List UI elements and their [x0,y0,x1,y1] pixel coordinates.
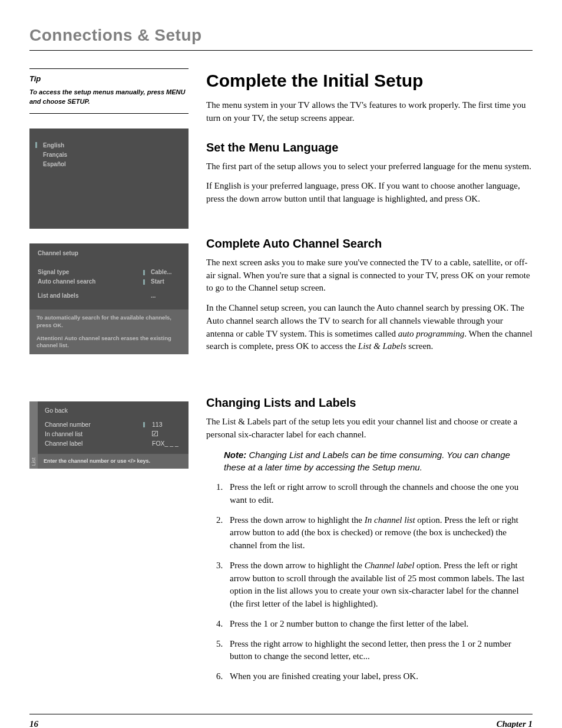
tip-box: Tip To access the setup menus manually, … [29,68,189,114]
section-heading-lists: Changing Lists and Labels [206,394,533,411]
row-value [152,430,181,439]
step-item: Press the 1 or 2 number button to change… [225,618,533,631]
row-value: Start [151,278,180,286]
list-row: Channel label FOX_ _ _ [45,439,181,448]
lang-option: Español [43,160,67,169]
tip-label: Tip [29,74,189,84]
page-number: 16 [29,718,38,728]
row-label: Auto channel search [38,278,137,286]
sidebar: Tip To access the setup menus manually, … [29,68,189,690]
chapter-label: Chapter 1 [497,718,533,728]
term: Channel label [365,561,415,570]
setup-title: Channel setup [29,243,189,268]
row-label: In channel list [45,430,136,439]
body-text: The first part of the setup allows you t… [206,160,533,173]
row-value: FOX_ _ _ [152,439,181,448]
setup-row: Auto channel search Start [38,278,180,286]
marker-icon [143,279,145,285]
lang-option: Français [43,151,67,159]
go-back-label: Go back [45,406,181,415]
help-warning: Attention! Auto channel search erases th… [37,335,181,350]
list-help-strip: Enter the channel number or use </> keys… [38,454,189,469]
marker-icon [143,422,145,427]
note-text: Note: Changing List and Labels can be ti… [224,449,533,475]
page-header: Connections & Setup [29,24,533,51]
term: List & Labels [358,341,406,351]
body-text: The next screen asks you to make sure yo… [206,256,533,295]
list-row: Channel number 113 [45,420,181,429]
lang-option: English [43,141,67,150]
setup-row: List and labels ... [38,292,180,300]
step-item: Press the right arrow to highlight the s… [225,638,533,664]
side-tab: List [29,401,38,469]
main-content: Complete the Initial Setup The menu syst… [206,68,533,690]
list-row: In channel list [45,430,181,439]
body-text: If English is your preferred language, p… [206,180,533,206]
step-item: Press the down arrow to highlight the In… [225,514,533,552]
content-columns: Tip To access the setup menus manually, … [29,68,533,690]
checkbox-icon [152,431,158,436]
row-label: Signal type [38,268,137,276]
body-text: The List & Labels part of the setup lets… [206,416,533,442]
row-label: List and labels [38,292,137,300]
row-value: Cable... [151,268,180,276]
marker-icon [143,270,145,275]
step-item: Press the down arrow to highlight the Ch… [225,559,533,611]
row-label: Channel label [45,439,136,448]
main-heading: Complete the Initial Setup [206,68,533,93]
setup-row: Signal type Cable... [38,268,180,276]
help-text: To automatically search for the availabl… [37,314,181,329]
setup-help-strip: To automatically search for the availabl… [29,309,189,354]
steps-list: Press the left or right arrow to scroll … [209,481,533,683]
step-item: When you are finished creating your labe… [225,670,533,683]
channel-setup-screenshot: Channel setup Signal type Cable... Auto … [29,243,189,354]
row-value: ... [151,292,180,300]
selection-marker-icon [35,142,37,148]
section-heading-auto: Complete Auto Channel Search [206,235,533,252]
section-heading-language: Set the Menu Language [206,139,533,156]
term: In channel list [365,515,415,525]
intro-paragraph: The menu system in your TV allows the TV… [206,99,533,125]
body-text: In the Channel setup screen, you can lau… [206,302,533,353]
row-value: 113 [152,420,181,429]
tip-text: To access the setup menus manually, pres… [29,88,189,106]
row-label: Channel number [45,420,136,429]
language-screenshot: English Français Español [29,129,189,229]
step-item: Press the left or right arrow to scroll … [225,481,533,507]
list-labels-screenshot: List Go back Channel number 113 In chann… [29,401,189,469]
term: auto programming [398,329,464,338]
page-footer: 16 Chapter 1 [29,714,533,728]
